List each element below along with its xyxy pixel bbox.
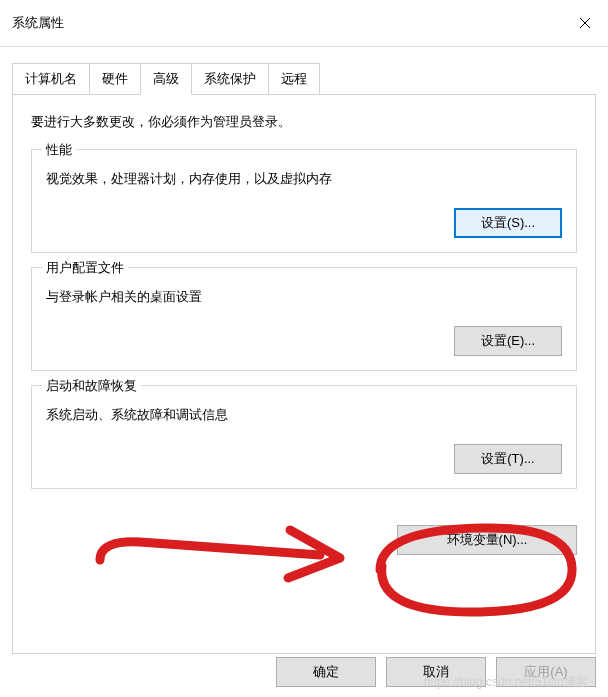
startup-desc: 系统启动、系统故障和调试信息 xyxy=(46,406,562,424)
performance-settings-button[interactable]: 设置(S)... xyxy=(454,208,562,238)
intro-text: 要进行大多数更改，你必须作为管理员登录。 xyxy=(31,113,577,131)
startup-title: 启动和故障恢复 xyxy=(42,377,141,395)
performance-title: 性能 xyxy=(42,141,76,159)
watermark: https://blog.csdn.net/51cto博客 xyxy=(424,674,588,691)
startup-settings-button[interactable]: 设置(T)... xyxy=(454,444,562,474)
user-profiles-settings-button[interactable]: 设置(E)... xyxy=(454,326,562,356)
tab-content: 要进行大多数更改，你必须作为管理员登录。 性能 视觉效果，处理器计划，内存使用，… xyxy=(12,94,596,654)
user-profiles-desc: 与登录帐户相关的桌面设置 xyxy=(46,288,562,306)
tab-bar: 计算机名 硬件 高级 系统保护 远程 xyxy=(12,63,596,94)
close-button[interactable] xyxy=(562,8,608,38)
tab-system-protection[interactable]: 系统保护 xyxy=(191,63,269,94)
performance-group: 性能 视觉效果，处理器计划，内存使用，以及虚拟内存 设置(S)... xyxy=(31,149,577,253)
environment-variables-button[interactable]: 环境变量(N)... xyxy=(397,525,577,555)
titlebar: 系统属性 xyxy=(0,0,608,47)
tab-remote[interactable]: 远程 xyxy=(268,63,320,94)
window-title: 系统属性 xyxy=(12,14,64,32)
tab-hardware[interactable]: 硬件 xyxy=(89,63,141,94)
tab-advanced[interactable]: 高级 xyxy=(140,63,192,95)
user-profiles-group: 用户配置文件 与登录帐户相关的桌面设置 设置(E)... xyxy=(31,267,577,371)
startup-group: 启动和故障恢复 系统启动、系统故障和调试信息 设置(T)... xyxy=(31,385,577,489)
ok-button[interactable]: 确定 xyxy=(276,657,376,687)
user-profiles-title: 用户配置文件 xyxy=(42,259,128,277)
tab-computer-name[interactable]: 计算机名 xyxy=(12,63,90,94)
env-row: 环境变量(N)... xyxy=(31,525,577,555)
performance-desc: 视觉效果，处理器计划，内存使用，以及虚拟内存 xyxy=(46,170,562,188)
close-icon xyxy=(579,17,591,29)
